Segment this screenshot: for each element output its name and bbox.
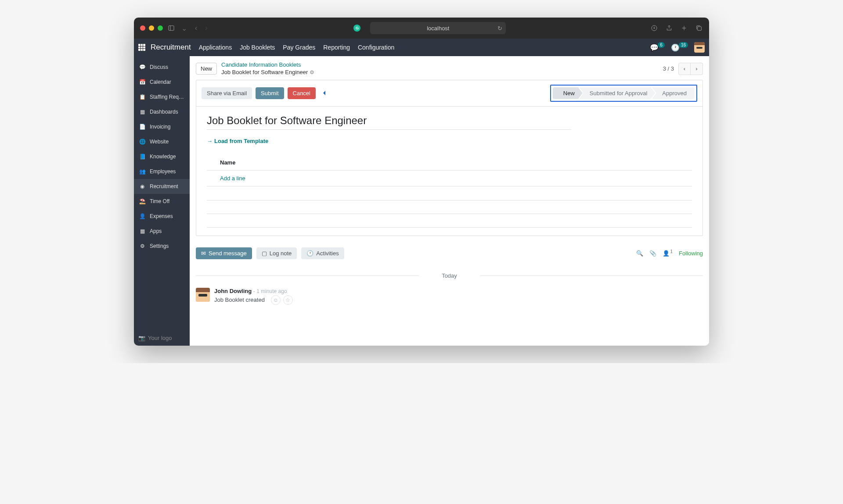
grid-icon: ▦: [138, 108, 146, 116]
close-window-icon[interactable]: [140, 25, 145, 31]
apps-icon: ▦: [138, 227, 146, 235]
calendar-icon: 📅: [138, 78, 146, 86]
nav-reporting[interactable]: Reporting: [323, 44, 350, 51]
app-container: Recruitment Applications Job Booklets Pa…: [134, 39, 709, 346]
submit-button[interactable]: Submit: [256, 87, 284, 99]
minimize-window-icon[interactable]: [149, 25, 154, 31]
nav-configuration[interactable]: Configuration: [358, 44, 394, 51]
activities-button[interactable]: 🕐 Activities: [301, 247, 344, 259]
book-icon: 📘: [138, 153, 146, 161]
pager-next-button[interactable]: ›: [691, 63, 703, 75]
pager-prev-button[interactable]: ‹: [678, 63, 691, 75]
sidebar-item-settings[interactable]: ⚙Settings: [134, 239, 190, 254]
table-header-name: Name: [207, 155, 692, 171]
send-message-button[interactable]: ✉ Send message: [196, 247, 252, 259]
umbrella-icon: ⛱️: [138, 197, 146, 205]
sidebar: 💬Discuss 📅Calendar 📋Staffing Requ… ▦Dash…: [134, 56, 190, 346]
share-icon[interactable]: [665, 24, 673, 32]
message-author[interactable]: John Dowling: [214, 288, 252, 294]
app-brand[interactable]: Recruitment: [151, 43, 191, 52]
message-thread: Today John Dowling - 1 minute ago Job Bo…: [190, 259, 709, 314]
status-steps: New Submitted for Approval Approved: [553, 87, 695, 99]
message-time: - 1 minute ago: [253, 288, 287, 294]
message-avatar[interactable]: [196, 288, 210, 302]
activities-button[interactable]: 🕐 16: [671, 43, 688, 52]
message: John Dowling - 1 minute ago Job Booklet …: [196, 288, 703, 305]
sidebar-item-staffing[interactable]: 📋Staffing Requ…: [134, 89, 190, 104]
content-area: New Candidate Information Booklets Job B…: [190, 56, 709, 346]
user-avatar[interactable]: [694, 42, 705, 53]
arrow-right-icon: →: [207, 138, 213, 144]
main-area: 💬Discuss 📅Calendar 📋Staffing Requ… ▦Dash…: [134, 56, 709, 346]
sidebar-item-expenses[interactable]: 👤Expenses: [134, 209, 190, 224]
status-step-new[interactable]: New: [553, 87, 583, 99]
sidebar-item-invoicing[interactable]: 📄Invoicing: [134, 119, 190, 134]
svg-rect-3: [698, 27, 702, 31]
browser-window: ⌄ ‹ › G localhost ↻ Recruitment Applicat…: [134, 18, 709, 346]
grammarly-icon[interactable]: G: [353, 25, 360, 32]
sidebar-item-calendar[interactable]: 📅Calendar: [134, 75, 190, 89]
envelope-icon: ✉: [201, 250, 206, 257]
money-icon: 👤: [138, 212, 146, 220]
load-template-button[interactable]: → Load from Template: [207, 138, 692, 144]
apps-menu-icon[interactable]: [138, 44, 145, 51]
breadcrumb-bar: New Candidate Information Booklets Job B…: [190, 56, 709, 80]
users-icon: 👥: [138, 168, 146, 175]
sheet-body: Job Booklet for Software Engineer → Load…: [196, 107, 702, 236]
sidebar-item-employees[interactable]: 👥Employees: [134, 164, 190, 179]
empty-row: [207, 214, 692, 228]
sidebar-item-website[interactable]: 🌐Website: [134, 134, 190, 149]
status-step-submitted[interactable]: Submitted for Approval: [579, 87, 656, 99]
sidebar-item-dashboards[interactable]: ▦Dashboards: [134, 104, 190, 119]
sidebar-toggle-icon[interactable]: [167, 24, 175, 32]
traffic-lights: [140, 25, 163, 31]
camera-icon: 📷: [138, 335, 145, 341]
refresh-icon[interactable]: ↻: [497, 25, 502, 32]
log-note-button[interactable]: ▢ Log note: [256, 247, 297, 259]
gear-icon: ⚙: [138, 242, 146, 250]
person-icon: ◉: [138, 182, 146, 190]
date-separator: Today: [196, 272, 703, 279]
chat-badge: 6: [658, 42, 665, 48]
new-tab-icon[interactable]: [680, 24, 688, 32]
address-bar[interactable]: localhost ↻: [370, 22, 506, 34]
nav-applications[interactable]: Applications: [199, 44, 232, 51]
sidebar-item-recruitment[interactable]: ◉Recruitment: [134, 179, 190, 194]
chrome-dropdown-icon[interactable]: ⌄: [180, 24, 189, 32]
empty-row: [207, 200, 692, 214]
lines-table: Name Add a line: [207, 155, 692, 228]
tabs-icon[interactable]: [695, 24, 703, 32]
following-button[interactable]: Following: [679, 250, 703, 257]
forward-icon[interactable]: ›: [203, 24, 209, 32]
sidebar-footer[interactable]: 📷 Your logo: [134, 330, 190, 346]
downloads-icon[interactable]: [650, 24, 658, 32]
emoji-icon[interactable]: ☺: [271, 295, 281, 305]
add-line-button[interactable]: Add a line: [207, 171, 692, 186]
new-button[interactable]: New: [196, 63, 217, 75]
nav-job-booklets[interactable]: Job Booklets: [240, 44, 275, 51]
search-icon[interactable]: 🔍: [636, 250, 643, 257]
nav-pay-grades[interactable]: Pay Grades: [283, 44, 315, 51]
sidebar-item-timeoff[interactable]: ⛱️Time Off: [134, 194, 190, 209]
share-email-button[interactable]: Share via Email: [202, 87, 252, 99]
breadcrumb: Candidate Information Booklets Job Bookl…: [221, 61, 314, 76]
gear-icon[interactable]: ⚙: [310, 69, 314, 76]
star-icon[interactable]: ☆: [283, 295, 293, 305]
back-icon[interactable]: ‹: [193, 24, 199, 32]
sidebar-item-discuss[interactable]: 💬Discuss: [134, 60, 190, 75]
cancel-button[interactable]: Cancel: [288, 87, 316, 99]
sidebar-item-apps[interactable]: ▦Apps: [134, 224, 190, 239]
invoice-icon: 📄: [138, 123, 146, 131]
chat-icon: 💬: [650, 43, 659, 52]
page-title[interactable]: Job Booklet for Software Engineer: [207, 114, 571, 130]
messages-button[interactable]: 💬 6: [650, 43, 665, 52]
attachment-icon[interactable]: 📎: [649, 250, 656, 257]
sidebar-item-knowledge[interactable]: 📘Knowledge: [134, 149, 190, 164]
maximize-window-icon[interactable]: [158, 25, 163, 31]
empty-row: [207, 186, 692, 200]
breadcrumb-parent[interactable]: Candidate Information Booklets: [221, 61, 314, 69]
status-step-approved[interactable]: Approved: [652, 87, 695, 99]
followers-button[interactable]: 👤 1: [663, 250, 673, 257]
action-buttons: Share via Email Submit Cancel: [202, 87, 324, 99]
clock-icon: 🕐: [306, 250, 313, 257]
